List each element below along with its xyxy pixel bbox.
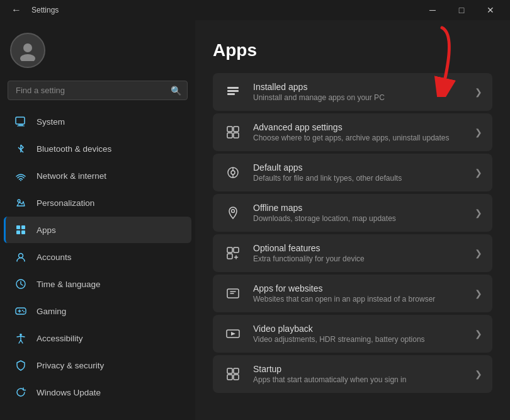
personalization-icon — [14, 196, 28, 210]
svg-point-11 — [19, 254, 23, 258]
svg-point-15 — [23, 311, 25, 312]
optional-features-chevron: ❯ — [475, 248, 482, 258]
startup-desc: Apps that start automatically when you s… — [253, 375, 465, 384]
search-box: 🔍 — [8, 81, 188, 100]
svg-rect-10 — [21, 230, 25, 234]
svg-rect-38 — [227, 368, 232, 373]
svg-rect-39 — [234, 368, 239, 373]
offline-maps-title: Offline maps — [253, 203, 465, 213]
svg-rect-40 — [227, 375, 232, 380]
default-apps-text: Default apps Defaults for file and link … — [253, 162, 465, 183]
installed-apps-text: Installed apps Uninstall and manage apps… — [253, 82, 465, 102]
video-playback-icon — [223, 324, 243, 344]
offline-maps-icon — [223, 203, 243, 223]
sidebar-label-accessibility: Accessibility — [37, 334, 83, 343]
apps-for-websites-text: Apps for websites Websites that can open… — [253, 283, 465, 304]
search-input[interactable] — [8, 81, 188, 100]
main-layout: 🔍 System Blu — [0, 20, 510, 420]
svg-point-1 — [20, 54, 35, 61]
default-apps-title: Default apps — [253, 162, 465, 173]
settings-item-default-apps[interactable]: Default apps Defaults for file and link … — [213, 154, 492, 191]
sidebar-item-system[interactable]: System — [4, 108, 191, 135]
startup-text: Startup Apps that start automatically wh… — [253, 364, 465, 384]
sidebar-item-privacy[interactable]: Privacy & security — [4, 352, 191, 378]
optional-features-text: Optional features Extra functionality fo… — [253, 243, 465, 263]
svg-point-6 — [18, 200, 20, 202]
maximize-button[interactable]: □ — [447, 0, 476, 20]
advanced-title: Advanced app settings — [253, 122, 465, 132]
svg-rect-30 — [227, 247, 232, 253]
settings-item-optional-features[interactable]: Optional features Extra functionality fo… — [213, 234, 492, 272]
bluetooth-icon — [14, 142, 28, 156]
svg-rect-41 — [234, 375, 239, 380]
page-title: Apps — [213, 40, 492, 60]
settings-item-offline-maps[interactable]: Offline maps Downloads, storage location… — [213, 194, 492, 232]
svg-rect-31 — [234, 247, 239, 253]
sidebar-label-personalization: Personalization — [37, 198, 94, 208]
svg-rect-2 — [16, 117, 25, 124]
apps-for-websites-title: Apps for websites — [253, 283, 465, 293]
svg-rect-9 — [16, 230, 20, 234]
titlebar: ← Settings ─ □ ✕ — [0, 0, 510, 20]
offline-maps-desc: Downloads, storage location, map updates — [253, 214, 465, 223]
default-apps-icon — [223, 162, 243, 183]
sidebar-item-time[interactable]: Time & language — [4, 271, 191, 297]
advanced-text: Advanced app settings Choose where to ge… — [253, 122, 465, 142]
installed-apps-title: Installed apps — [253, 82, 465, 92]
svg-rect-23 — [227, 133, 232, 138]
svg-point-5 — [20, 180, 21, 181]
sidebar-item-update[interactable]: Windows Update — [4, 379, 191, 406]
sidebar-label-time: Time & language — [37, 280, 101, 289]
system-icon — [14, 115, 28, 128]
avatar[interactable] — [10, 33, 45, 68]
svg-point-16 — [20, 334, 22, 336]
svg-rect-18 — [227, 87, 239, 89]
svg-point-0 — [23, 43, 32, 52]
titlebar-title: Settings — [31, 6, 59, 14]
sidebar-item-accounts[interactable]: Accounts — [4, 244, 191, 270]
close-button[interactable]: ✕ — [476, 0, 505, 20]
startup-icon — [223, 364, 243, 384]
svg-rect-3 — [18, 125, 23, 126]
sidebar-item-gaming[interactable]: Gaming — [4, 298, 191, 324]
sidebar-label-privacy: Privacy & security — [37, 361, 104, 370]
sidebar-label-network: Network & internet — [37, 171, 106, 181]
gaming-icon — [14, 304, 28, 318]
sidebar-item-network[interactable]: Network & internet — [4, 162, 191, 189]
optional-features-title: Optional features — [253, 243, 465, 253]
minimize-button[interactable]: ─ — [418, 0, 447, 20]
sidebar-label-system: System — [37, 117, 65, 127]
settings-item-advanced[interactable]: Advanced app settings Choose where to ge… — [213, 113, 492, 151]
sidebar-item-accessibility[interactable]: Accessibility — [4, 325, 191, 351]
search-icon: 🔍 — [171, 86, 181, 96]
startup-chevron: ❯ — [475, 369, 482, 379]
video-playback-desc: Video adjustments, HDR streaming, batter… — [253, 335, 465, 344]
svg-point-26 — [231, 171, 235, 174]
titlebar-left: ← Settings — [8, 1, 59, 19]
optional-features-icon — [223, 243, 243, 263]
installed-apps-chevron: ❯ — [475, 87, 482, 97]
settings-item-video-playback[interactable]: Video playback Video adjustments, HDR st… — [213, 315, 492, 353]
settings-item-installed-apps[interactable]: Installed apps Uninstall and manage apps… — [213, 73, 492, 111]
network-icon — [14, 169, 28, 183]
settings-item-startup[interactable]: Startup Apps that start automatically wh… — [213, 355, 492, 393]
privacy-icon — [14, 358, 28, 372]
content-area: Apps Installed apps Uninstall and manage… — [195, 20, 510, 420]
avatar-area — [0, 25, 195, 78]
advanced-chevron: ❯ — [475, 127, 482, 137]
offline-maps-chevron: ❯ — [475, 208, 482, 218]
titlebar-controls: ─ □ ✕ — [418, 0, 505, 20]
sidebar-item-bluetooth[interactable]: Bluetooth & devices — [4, 135, 191, 162]
installed-apps-icon — [223, 82, 243, 102]
sidebar-item-personalization[interactable]: Personalization — [4, 190, 191, 216]
svg-rect-20 — [227, 93, 235, 95]
update-icon — [14, 385, 28, 399]
apps-icon — [14, 223, 28, 237]
time-icon — [14, 277, 28, 291]
svg-marker-37 — [231, 332, 235, 336]
svg-rect-32 — [227, 254, 232, 259]
settings-item-apps-for-websites[interactable]: Apps for websites Websites that can open… — [213, 275, 492, 312]
sidebar-item-apps[interactable]: Apps — [4, 217, 191, 243]
sidebar-label-gaming: Gaming — [37, 307, 66, 316]
back-button[interactable]: ← — [8, 1, 25, 19]
